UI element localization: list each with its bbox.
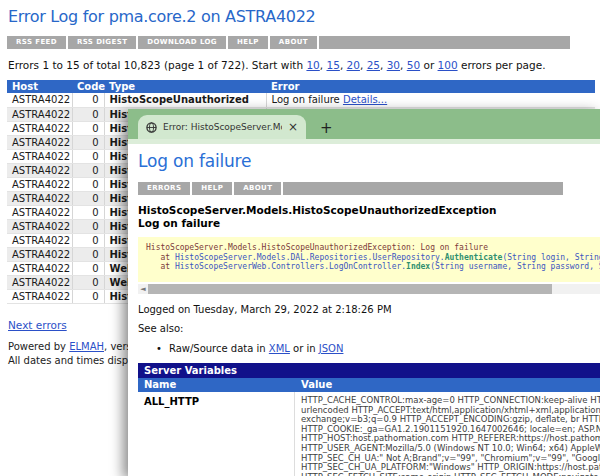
status-separator: , — [320, 59, 327, 71]
cell-host: ASTRA4022 — [7, 233, 72, 247]
column-header-host: Host — [7, 80, 72, 93]
cell-host: ASTRA4022 — [7, 191, 72, 205]
page-size-link-30[interactable]: 30 — [387, 59, 400, 71]
cell-code: 0 — [72, 163, 104, 177]
scrollbar-thumb[interactable] — [148, 284, 552, 294]
cell-code: 0 — [72, 135, 104, 149]
page-size-link-20[interactable]: 20 — [347, 59, 360, 71]
column-header-code: Code — [72, 80, 104, 93]
cell-host: ASTRA4022 — [7, 149, 72, 163]
cell-code: 0 — [72, 191, 104, 205]
exception-message: Log on failure — [138, 217, 600, 230]
status-separator: , — [360, 59, 367, 71]
toolbar-button-about[interactable]: ABOUT — [234, 182, 281, 195]
cell-host: ASTRA4022 — [7, 261, 72, 275]
status-prefix: Errors 1 to 15 of total 10,823 (page 1 o… — [8, 59, 306, 71]
stack-method: Index — [406, 262, 430, 271]
exception-type: HistoScopeServer.Models.HistoScopeUnauth… — [138, 204, 600, 217]
stack-message-line: HistoScopeServer.Models.HistoScopeUnauth… — [146, 243, 600, 253]
globe-icon — [146, 122, 157, 133]
toolbar-filler — [319, 36, 570, 49]
horizontal-scrollbar[interactable] — [138, 284, 600, 294]
cell-host: ASTRA4022 — [7, 107, 72, 121]
stack-at: at — [146, 262, 175, 271]
cell-host: ASTRA4022 — [7, 121, 72, 135]
stack-method: Authenticate — [445, 253, 503, 262]
browser-titlebar: Error: HistoScopeServer.Models.H × + — [128, 109, 600, 139]
cell-host: ASTRA4022 — [7, 247, 72, 261]
status-suffix: errors per page. — [458, 59, 546, 71]
main-toolbar: RSS FEEDRSS DIGESTDOWNLOAD LOGHELPABOUT — [7, 36, 570, 49]
column-header-name: Name — [138, 378, 295, 392]
cell-host: ASTRA4022 — [7, 135, 72, 149]
server-variables-body: ALL_HTTPHTTP_CACHE_CONTROL:max-age=0 HTT… — [138, 392, 600, 476]
raw-source-middle: or in — [290, 343, 319, 354]
stack-frame-line: at HistoScopeServer.Models.DAL.Repositor… — [146, 253, 600, 263]
error-detail-window: Error: HistoScopeServer.Models.H × + Log… — [128, 109, 600, 476]
cell-host: ASTRA4022 — [7, 177, 72, 191]
exception-title: HistoScopeServer.Models.HistoScopeUnauth… — [138, 204, 600, 230]
table-row: ASTRA40220HistoScopeUnauthorizedLog on f… — [7, 93, 595, 107]
cell-host: ASTRA4022 — [7, 93, 72, 107]
error-text: Log on failure — [272, 94, 343, 105]
cell-host: ASTRA4022 — [7, 289, 72, 303]
toolbar-button-about[interactable]: ABOUT — [270, 36, 317, 49]
json-link[interactable]: JSON — [319, 343, 344, 354]
toolbar-button-download-log[interactable]: DOWNLOAD LOG — [138, 36, 226, 49]
new-tab-icon[interactable]: + — [320, 121, 333, 136]
toolbar-button-help[interactable]: HELP — [192, 182, 232, 195]
stack-args: (String username, String password, St — [430, 262, 600, 271]
toolbar-button-errors[interactable]: ERRORS — [138, 182, 190, 195]
cell-code: 0 — [72, 205, 104, 219]
next-errors-link[interactable]: Next errors — [8, 319, 67, 331]
page-size-link-100[interactable]: 100 — [438, 59, 458, 71]
cell-code: 0 — [72, 219, 104, 233]
toolbar-button-help[interactable]: HELP — [228, 36, 268, 49]
status-separator: , — [400, 59, 407, 71]
cell-code: 0 — [72, 93, 104, 107]
elmah-link[interactable]: ELMAH — [69, 341, 104, 352]
column-header-value: Value — [295, 378, 600, 392]
page-size-link-50[interactable]: 50 — [407, 59, 420, 71]
cell-host: ASTRA4022 — [7, 275, 72, 289]
cell-code: 0 — [72, 177, 104, 191]
cell-code: 0 — [72, 261, 104, 275]
page-size-link-15[interactable]: 15 — [327, 59, 340, 71]
cell-host: ASTRA4022 — [7, 205, 72, 219]
error-table-header: Host Code Type Error — [7, 80, 595, 93]
cell-type: HistoScopeUnauthorized — [104, 93, 266, 107]
column-header-type: Type — [104, 80, 266, 93]
toolbar-filler — [283, 182, 563, 195]
page-size-link-10[interactable]: 10 — [306, 59, 319, 71]
stack-location: HistoScopeServerWeb.Controllers.LogOnCon… — [175, 262, 406, 271]
cell-code: 0 — [72, 289, 104, 303]
stack-args: (String login, String — [502, 253, 600, 262]
cell-code: 0 — [72, 149, 104, 163]
scrollbar-left-arrow-icon[interactable] — [138, 284, 148, 294]
powered-by-text: Powered by — [8, 341, 69, 352]
browser-tab[interactable]: Error: HistoScopeServer.Models.H × — [138, 115, 306, 139]
status-line: Errors 1 to 15 of total 10,823 (page 1 o… — [8, 59, 600, 71]
column-header-error: Error — [266, 80, 595, 93]
tab-close-icon[interactable]: × — [288, 121, 298, 133]
status-separator: , — [380, 59, 387, 71]
cell-code: 0 — [72, 275, 104, 289]
stack-frame-line: at HistoScopeServerWeb.Controllers.LogOn… — [146, 262, 600, 272]
raw-source-prefix: Raw/Source data in — [169, 343, 269, 354]
stack-location: HistoScopeServer.Models.DAL.Repositories… — [175, 253, 445, 262]
variable-name: ALL_HTTP — [138, 392, 295, 476]
cell-host: ASTRA4022 — [7, 163, 72, 177]
details-link[interactable]: Details... — [343, 94, 387, 105]
logged-on-text: Logged on Tuesday, March 29, 2022 at 2:1… — [138, 304, 600, 315]
variable-value: HTTP_CACHE_CONTROL:max-age=0 HTTP_CONNEC… — [295, 392, 600, 476]
page-size-link-25[interactable]: 25 — [367, 59, 380, 71]
detail-toolbar: ERRORSHELPABOUT — [138, 182, 563, 195]
xml-link[interactable]: XML — [269, 343, 290, 354]
error-detail-heading: Log on failure — [138, 151, 600, 171]
toolbar-button-rss-digest[interactable]: RSS DIGEST — [68, 36, 136, 49]
screen: Error Log for pma.core.2 on ASTRA4022 RS… — [0, 0, 600, 476]
stack-trace: HistoScopeServer.Models.HistoScopeUnauth… — [138, 237, 600, 282]
error-detail-page: Log on failure ERRORSHELPABOUT HistoScop… — [128, 144, 600, 476]
cell-code: 0 — [72, 107, 104, 121]
toolbar-button-rss-feed[interactable]: RSS FEED — [7, 36, 66, 49]
